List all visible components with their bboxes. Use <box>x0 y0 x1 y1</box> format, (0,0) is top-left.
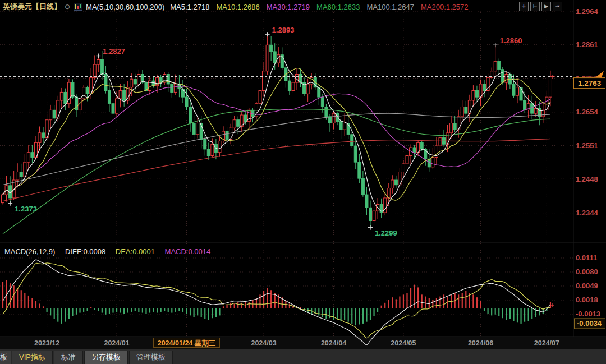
svg-text:2023/12: 2023/12 <box>34 339 59 347</box>
svg-text:2024/06: 2024/06 <box>468 339 493 347</box>
macd-dea-value: DEA:0.0001 <box>116 247 155 256</box>
chart-header: 英镑美元 【日线】 ⊖ MA(5,10,30,60,100,200) MA5:1… <box>0 0 606 13</box>
svg-text:2024/05: 2024/05 <box>391 339 416 347</box>
svg-text:2024/04: 2024/04 <box>321 339 346 347</box>
symbol-name: 英镑美元 <box>3 2 32 12</box>
trading-app-window: 1.29641.28611.27581.26541.25511.24481.23… <box>0 0 606 364</box>
svg-text:-0.0013: -0.0013 <box>576 310 600 318</box>
tab-standard[interactable]: 标准 <box>54 351 83 364</box>
chart-canvas[interactable]: 1.29641.28611.27581.26541.25511.24481.23… <box>0 0 606 364</box>
macd-diff-value: DIFF:0.0008 <box>65 247 105 256</box>
ma5-legend: MA5:1.2718 <box>170 3 209 11</box>
svg-text:1.2893: 1.2893 <box>272 26 295 34</box>
chart-toolbar: ✛ ⊢ ▶ ⇥ <box>519 2 562 11</box>
ma60-legend: MA60:1.2633 <box>316 3 360 11</box>
svg-text:0.0018: 0.0018 <box>576 296 598 304</box>
svg-text:1.2654: 1.2654 <box>576 108 599 116</box>
svg-text:1.2344: 1.2344 <box>576 209 599 217</box>
template-tab-bar: 板 VIP指标 标准 另存模板 管理模板 <box>0 349 606 364</box>
ma200-legend: MA200:1.2572 <box>421 3 469 11</box>
macd-macd-value: MACD:0.0014 <box>165 247 211 256</box>
macd-params-label: MACD(26,12,9) <box>4 247 55 256</box>
tab-manage-template[interactable]: 管理模板 <box>129 351 173 364</box>
svg-text:2024/03: 2024/03 <box>251 339 276 347</box>
svg-text:2024/01/24 星期三: 2024/01/24 星期三 <box>158 339 216 347</box>
svg-text:1.2373: 1.2373 <box>15 205 37 213</box>
svg-text:1.2827: 1.2827 <box>103 47 125 56</box>
svg-text:1.2299: 1.2299 <box>375 229 397 237</box>
exit-fullscreen-icon[interactable]: ⇥ <box>553 2 562 11</box>
tab-vip-indicators[interactable]: VIP指标 <box>12 351 53 364</box>
settings-circle-icon[interactable]: ⊖ <box>65 3 70 11</box>
candlestick-mini-icon[interactable] <box>74 3 82 11</box>
tab-save-template[interactable]: 另存模板 <box>84 351 128 364</box>
svg-text:1.2860: 1.2860 <box>500 36 522 45</box>
svg-text:2024/01: 2024/01 <box>104 339 129 347</box>
macd-header: MACD(26,12,9) DIFF:0.0008 DEA:0.0001 MAC… <box>4 247 218 256</box>
ma-params-label: MA(5,10,30,60,100,200) <box>86 3 164 11</box>
ma10-legend: MA10:1.2686 <box>216 3 259 11</box>
ma100-legend: MA100:1.2647 <box>366 3 414 11</box>
svg-text:1.2448: 1.2448 <box>576 175 598 183</box>
svg-text:1.2551: 1.2551 <box>576 141 598 150</box>
pan-crosshair-icon[interactable]: ✛ <box>519 2 529 11</box>
svg-text:1.2861: 1.2861 <box>576 40 598 49</box>
axis-scale-icon[interactable]: ⊢ <box>530 2 540 11</box>
svg-text:0.0049: 0.0049 <box>576 282 598 290</box>
ma30-legend: MA30:1.2719 <box>267 3 310 11</box>
playback-icon[interactable]: ▶ <box>541 2 551 11</box>
svg-text:0.0111: 0.0111 <box>576 254 597 262</box>
svg-text:0.0080: 0.0080 <box>576 268 598 276</box>
svg-text:-0.0034: -0.0034 <box>577 319 602 328</box>
tab-partial-template[interactable]: 板 <box>0 351 11 364</box>
svg-text:1.2763: 1.2763 <box>578 79 602 87</box>
period-label: 【日线】 <box>32 2 61 12</box>
svg-text:2024/07: 2024/07 <box>534 339 559 347</box>
